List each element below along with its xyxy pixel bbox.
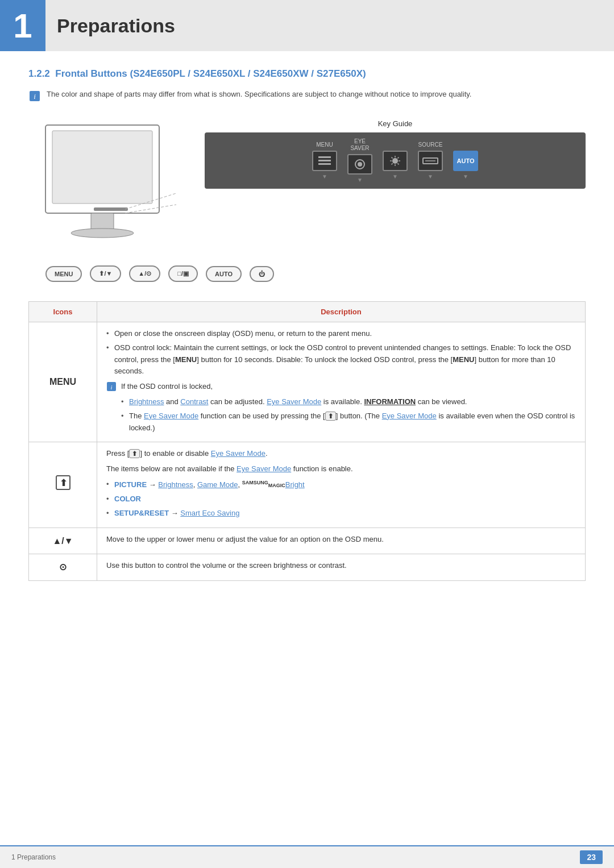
footer-page-number: 23	[580, 850, 603, 864]
svg-point-13	[358, 162, 362, 167]
icon-cell-eyesaver: ⬆	[29, 442, 97, 528]
desc-cell-eyesaver: Press [⬆] to enable or disable Eye Saver…	[97, 442, 586, 528]
key-guide-buttons: MENU ▼ EYESAVER ▼	[205, 132, 586, 189]
kg-btn-brightness: ▼	[383, 142, 408, 180]
icon-cell-menu: MENU	[29, 322, 97, 442]
eyesaver-bullet-1: PICTURE → Brightness, Game Mode, SAMSUNG…	[106, 479, 576, 491]
note-text: The color and shape of parts may differ …	[47, 89, 471, 100]
kg-btn-menu-label: MENU	[316, 142, 333, 148]
table-row-circle: ⊙ Use this button to control the volume …	[29, 554, 586, 581]
kg-btn-eyesaver: EYESAVER ▼	[347, 138, 372, 183]
svg-line-22	[392, 163, 393, 164]
col-header-icons: Icons	[29, 302, 97, 322]
table-note-osd-locked: i If the OSD control is locked,	[106, 381, 576, 393]
svg-rect-5	[91, 213, 114, 230]
kg-btn-menu-icon	[312, 151, 337, 171]
kg-btn-eyesaver-label: EYESAVER	[350, 138, 369, 152]
kg-btn-auto: AUTO ▼	[453, 142, 478, 180]
svg-line-20	[397, 163, 399, 164]
kg-btn-menu: MENU ▼	[312, 142, 337, 180]
svg-rect-9	[318, 156, 331, 158]
menu-subbullet-1: Brightness and Contrast can be adjusted.…	[121, 396, 576, 408]
front-btn-adjust: ▲/⊙	[129, 265, 160, 282]
page-content: 1.2.2 Frontal Buttons (S24E650PL / S24E6…	[0, 68, 614, 615]
kg-btn-brightness-arrow: ▼	[392, 173, 398, 180]
front-btn-power: ⏻	[250, 266, 274, 282]
eyesaver-icon: ⬆	[55, 475, 71, 491]
eyesaver-desc-1: Press [⬆] to enable or disable Eye Saver…	[106, 448, 576, 460]
menu-desc-2: OSD control lock: Maintain the current s…	[106, 342, 576, 377]
kg-btn-auto-label	[465, 142, 467, 148]
desc-cell-circle: Use this button to control the volume or…	[97, 554, 586, 581]
svg-text:i: i	[34, 92, 36, 101]
section-heading: 1.2.2 Frontal Buttons (S24E650PL / S24E6…	[28, 68, 586, 80]
svg-rect-10	[318, 160, 331, 161]
kg-btn-eyesaver-icon	[347, 154, 372, 175]
svg-text:⬆: ⬆	[59, 478, 67, 488]
description-table: Icons Description MENU Open or close the…	[28, 301, 586, 581]
menu-desc-1: Open or close the onscreen display (OSD)…	[106, 328, 576, 340]
kg-btn-eyesaver-arrow: ▼	[357, 177, 363, 183]
icon-cell-updown: ▲/▼	[29, 528, 97, 554]
monitor-drawing: MENU ⬆/▼ ▲/⊙ □/▣ AUTO ⏻	[28, 119, 188, 282]
note-box: i The color and shape of parts may diffe…	[28, 89, 586, 102]
chapter-title: Preparations	[45, 0, 614, 51]
svg-point-14	[392, 158, 398, 164]
front-btn-auto: AUTO	[206, 266, 242, 282]
front-buttons-row: MENU ⬆/▼ ▲/⊙ □/▣ AUTO ⏻	[45, 265, 188, 282]
kg-btn-source-arrow: ▼	[428, 173, 433, 180]
diagram-area: MENU ⬆/▼ ▲/⊙ □/▣ AUTO ⏻ Key Guide MENU ▼	[28, 114, 586, 288]
kg-btn-source-label: SOURCE	[418, 142, 443, 148]
front-btn-display: □/▣	[168, 265, 198, 282]
kg-btn-source: SOURCE ▼	[418, 142, 443, 180]
key-guide-area: Key Guide MENU ▼ EYESAVER ▼	[205, 119, 586, 189]
page-footer: 1 Preparations 23	[0, 845, 614, 868]
front-btn-menu: MENU	[45, 266, 82, 282]
monitor-svg	[28, 119, 176, 256]
svg-point-6	[71, 229, 134, 238]
footer-left-text: 1 Preparations	[11, 853, 56, 861]
svg-line-21	[397, 157, 399, 159]
col-header-desc: Description	[97, 302, 586, 322]
table-row-menu: MENU Open or close the onscreen display …	[29, 322, 586, 442]
kg-btn-brightness-icon	[383, 151, 408, 171]
icon-cell-circle: ⊙	[29, 554, 97, 581]
eyesaver-desc-2: The items below are not available if the…	[106, 463, 576, 475]
key-guide-label: Key Guide	[205, 119, 586, 128]
svg-line-19	[392, 157, 393, 159]
front-btn-up-down: ⬆/▼	[90, 265, 121, 282]
svg-rect-11	[318, 163, 331, 165]
chapter-header: 1 Preparations	[0, 0, 614, 51]
kg-btn-source-icon	[418, 151, 443, 171]
svg-text:i: i	[110, 384, 112, 391]
table-row-eyesaver: ⬆ Press [⬆] to enable or disable Eye Sav…	[29, 442, 586, 528]
note-icon: i	[28, 90, 41, 102]
kg-btn-auto-arrow: ▼	[463, 173, 468, 180]
desc-cell-menu: Open or close the onscreen display (OSD)…	[97, 322, 586, 442]
kg-btn-menu-arrow: ▼	[322, 173, 327, 180]
desc-cell-updown: Move to the upper or lower menu or adjus…	[97, 528, 586, 554]
table-note-icon: i	[106, 381, 117, 392]
eyesaver-bullet-2: COLOR	[106, 493, 576, 505]
menu-subbullet-2: The Eye Saver Mode function can be used …	[121, 410, 576, 434]
svg-rect-3	[52, 131, 152, 203]
eyesaver-bullet-3: SETUP&RESET → Smart Eco Saving	[106, 508, 576, 520]
kg-btn-auto-icon: AUTO	[453, 151, 478, 171]
chapter-number: 1	[0, 0, 45, 51]
kg-btn-brightness-label	[395, 142, 396, 148]
table-row-updown: ▲/▼ Move to the upper or lower menu or a…	[29, 528, 586, 554]
table-note-text: If the OSD control is locked,	[121, 381, 213, 393]
svg-rect-4	[94, 207, 128, 211]
